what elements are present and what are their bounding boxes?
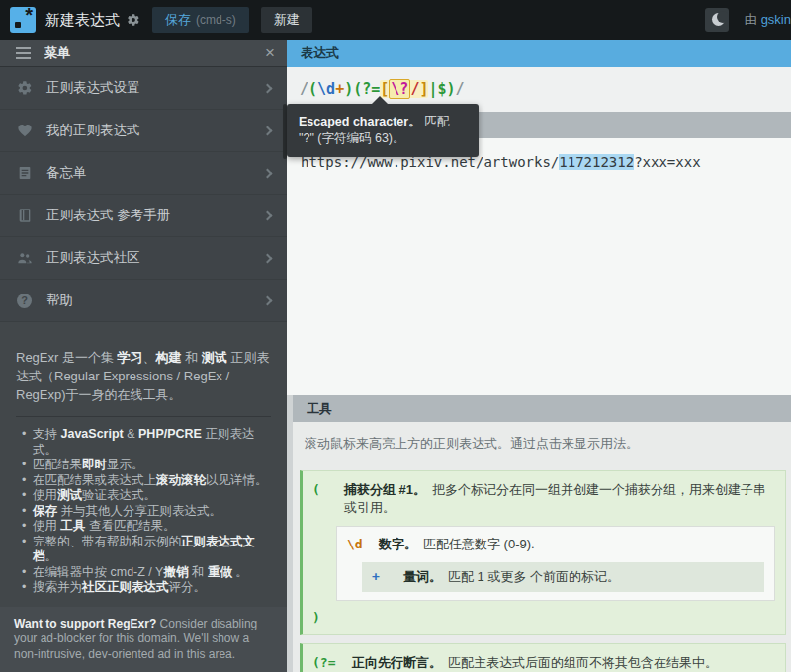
title-gear-icon[interactable] — [127, 13, 140, 27]
list-item: 在匹配结果或表达式上滚动滚轮以见详情。 — [22, 473, 277, 489]
list-item: 使用测试验证表达式。 — [22, 488, 277, 504]
credit-text: 由gskin — [745, 11, 791, 29]
ad-notice-title: Want to support RegExr? — [14, 617, 156, 630]
row-term: 捕获分组 #1。 — [344, 482, 426, 497]
chevron-right-icon — [263, 168, 273, 178]
menu-header: 菜单 × — [0, 40, 287, 67]
help-icon: ? — [16, 293, 33, 309]
token-glyph: + — [372, 569, 394, 584]
new-button-label: 新建 — [274, 11, 300, 29]
explain-digit-block[interactable]: \d 数字。匹配任意数字 (0-9). + 量词。匹配 1 或更多 个前面的标记… — [336, 526, 775, 601]
sidebar-item-settings[interactable]: 正则表达式设置 — [0, 67, 287, 110]
regex-token: / — [300, 80, 308, 98]
menu-title: 菜单 — [44, 44, 70, 62]
chevron-right-icon — [263, 210, 273, 220]
intro-seg: 测试 — [202, 350, 227, 365]
sidebar-item-label: 正则表达式设置 — [46, 79, 140, 97]
explain-group-block[interactable]: ( 捕获分组 #1。把多个标记分在同一组并创建一个捕获分组，用来创建子串或引用。… — [300, 470, 786, 635]
list-item: 匹配结果即时显示。 — [22, 458, 277, 473]
list-item: 使用 工具 查看匹配结果。 — [22, 519, 277, 535]
explain-row-quantifier[interactable]: + 量词。匹配 1 或更多 个前面的标记。 — [362, 562, 764, 592]
tools-hint: 滚动鼠标来高亮上方的正则表达式。通过点击来显示用法。 — [305, 435, 775, 453]
regexr-app: * 新建表达式 保存 (cmd-s) 新建 由gskin 菜单 × — [0, 0, 791, 672]
regex-token: + — [335, 80, 344, 98]
explain-row-group-open[interactable]: ( 捕获分组 #1。把多个标记分在同一组并创建一个捕获分组，用来创建子串或引用。 — [312, 478, 775, 520]
text-input[interactable]: https://www.pixiv.net/artworks/117212312… — [287, 138, 791, 395]
feature-list: 支持 JavaScript & PHP/PCRE 正则表达式。 匹配结果即时显示… — [0, 427, 287, 596]
intro-seg: RegExr 是一个集 — [16, 350, 118, 365]
explain-row-lookahead[interactable]: (?= 正向先行断言。匹配主表达式后面的组而不将其包含在结果中。 — [312, 651, 775, 672]
tooltip-arrow — [372, 96, 388, 104]
row-term: 数字。 — [379, 537, 417, 551]
chevron-right-icon — [263, 253, 273, 263]
tools-scrollbar-track[interactable] — [287, 395, 293, 672]
tools-header-label: 工具 — [307, 400, 332, 418]
explain-row-group-close[interactable]: ) — [312, 607, 775, 628]
text-after-match: ?xxx=xxx — [634, 154, 700, 170]
main-panel: 表达式 /(\d+)(?=[\?/]|$)/ https://www.pixiv… — [287, 40, 791, 672]
moon-icon — [712, 13, 725, 26]
sidebar-divider — [16, 416, 271, 417]
chevron-right-icon — [263, 126, 273, 135]
sidebar-item-label: 我的正则表达式 — [46, 122, 140, 139]
credit-prefix: 由 — [745, 12, 757, 27]
list-item: 支持 JavaScript & PHP/PCRE 正则表达式。 — [22, 427, 277, 458]
new-button[interactable]: 新建 — [261, 7, 312, 33]
page-title: 新建表达式 — [45, 11, 120, 30]
logo-asterisk: * — [25, 4, 33, 27]
intro-seg: 学习 — [118, 350, 143, 365]
sidebar-item-reference[interactable]: 正则表达式 参考手册 — [0, 195, 287, 237]
heart-icon — [16, 123, 33, 139]
book-icon — [16, 208, 33, 224]
row-desc: 匹配任意数字 (0-9). — [423, 537, 535, 551]
row-desc: 匹配主表达式后面的组而不将其包含在结果中。 — [448, 655, 718, 670]
row-term: 正向先行断言。 — [352, 655, 442, 670]
sidebar-item-cheatsheet[interactable]: 备忘单 — [0, 152, 287, 195]
regex-token: ( — [308, 80, 317, 98]
gear-icon — [16, 80, 33, 97]
chevron-right-icon — [263, 295, 273, 305]
sidebar-intro: RegExr 是一个集 学习、构建 和 测试 正则表达式（Regular Exp… — [0, 322, 287, 404]
topbar-right: 由gskin — [705, 8, 791, 32]
token-tooltip: Escaped character。 匹配 "?" (字符编码 63)。 — [287, 104, 479, 157]
expression-header: 表达式 — [287, 40, 791, 67]
note-icon — [16, 165, 33, 182]
chevron-right-icon — [263, 83, 273, 93]
sidebar-item-help[interactable]: ? 帮助 — [0, 280, 287, 322]
expression-header-label: 表达式 — [301, 44, 339, 62]
token-glyph: \d — [347, 537, 369, 551]
regex-token-hovered: \? — [389, 79, 410, 99]
dark-mode-toggle[interactable] — [705, 8, 729, 32]
sidebar-item-my-patterns[interactable]: 我的正则表达式 — [0, 110, 287, 152]
top-bar: * 新建表达式 保存 (cmd-s) 新建 由gskin — [0, 0, 791, 40]
regex-token: \d — [317, 80, 335, 98]
regex-token: $ — [437, 80, 446, 98]
intro-seg: 和 — [182, 350, 202, 365]
save-button[interactable]: 保存 (cmd-s) — [152, 7, 249, 33]
tooltip-term: Escaped character。 — [299, 115, 421, 128]
regex-token: ) — [447, 80, 456, 98]
explain-lookahead-block[interactable]: (?= 正向先行断言。匹配主表达式后面的组而不将其包含在结果中。 [ 字符集。匹… — [300, 643, 786, 672]
credit-link[interactable]: gskin — [761, 12, 791, 27]
sidebar-item-community[interactable]: 正则表达式社区 — [0, 237, 287, 280]
list-item: 保存 并与其他人分享正则表达式。 — [22, 504, 277, 520]
tools-header: 工具 — [287, 395, 791, 422]
ad-notice: Want to support RegExr? Consider disabli… — [0, 607, 287, 672]
tools-panel: 滚动鼠标来高亮上方的正则表达式。通过点击来显示用法。 ( 捕获分组 #1。把多个… — [287, 422, 791, 672]
row-desc: 匹配 1 或更多 个前面的标记。 — [448, 569, 620, 584]
save-button-label: 保存 — [165, 11, 191, 29]
regex-token: ) — [344, 80, 353, 98]
save-shortcut-hint: (cmd-s) — [196, 13, 236, 27]
menu-list-icon — [16, 47, 31, 59]
regexr-logo-icon[interactable]: * — [10, 7, 36, 33]
list-item: 搜索并为社区正则表达式评分。 — [22, 580, 277, 596]
token-glyph: (?= — [312, 655, 342, 670]
token-glyph: ) — [312, 610, 334, 625]
sidebar-item-label: 正则表达式社区 — [46, 249, 140, 267]
sidebar: 菜单 × 正则表达式设置 我的正则表达式 备忘单 — [0, 40, 287, 672]
sidebar-item-label: 帮助 — [46, 292, 73, 309]
close-icon[interactable]: × — [265, 44, 275, 61]
regex-token: / — [456, 80, 465, 98]
row-term: 量词。 — [403, 569, 442, 584]
explain-row-digit[interactable]: \d 数字。匹配任意数字 (0-9). — [347, 533, 764, 556]
